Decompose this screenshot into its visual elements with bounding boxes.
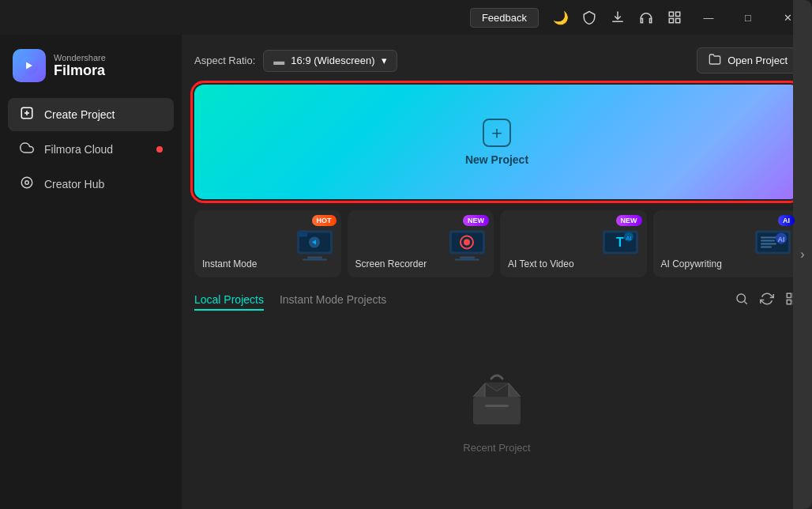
svg-rect-29 xyxy=(761,243,776,244)
svg-rect-1 xyxy=(676,12,680,16)
tab-instant-mode-projects[interactable]: Instant Mode Projects xyxy=(280,290,386,311)
svg-rect-34 xyxy=(787,293,791,297)
svg-rect-2 xyxy=(669,19,673,23)
feature-card-ai-text-to-video[interactable]: NEW T AI AI Text to Video xyxy=(500,210,647,277)
new-project-plus-icon: ＋ xyxy=(483,119,511,147)
aspect-ratio-bar: Aspect Ratio: ▬ 16:9 (Widescreen) ▾ Open… xyxy=(194,47,799,74)
feature-card-label: AI Text to Video xyxy=(508,258,639,270)
sidebar-item-creator-hub[interactable]: Creator Hub xyxy=(8,168,174,201)
creator-hub-icon xyxy=(19,175,35,193)
logo-text: Wondershare Filmora xyxy=(54,53,106,79)
feature-cards: HOT Instant Mode NEW xyxy=(194,210,799,277)
chevron-down-icon: ▾ xyxy=(382,55,387,66)
maximize-button[interactable]: □ xyxy=(730,5,766,30)
app-logo: Wondershare Filmora xyxy=(0,35,182,98)
search-icon[interactable] xyxy=(735,292,749,309)
ai-badge: AI xyxy=(778,215,795,226)
svg-rect-13 xyxy=(299,232,307,236)
sidebar-item-label: Filmora Cloud xyxy=(44,143,113,156)
empty-box-icon xyxy=(461,361,532,432)
svg-rect-39 xyxy=(485,405,509,407)
projects-tabs: Local Projects Instant Mode Projects xyxy=(194,290,799,311)
svg-text:AI: AI xyxy=(626,234,632,241)
title-bar: Feedback 🌙 — □ ✕ xyxy=(0,0,812,35)
shield-icon[interactable] xyxy=(577,5,602,30)
aspect-ratio-left: Aspect Ratio: ▬ 16:9 (Widescreen) ▾ xyxy=(194,50,397,72)
empty-label: Recent Project xyxy=(463,442,530,454)
new-badge: NEW xyxy=(616,215,642,226)
sidebar: Wondershare Filmora Create Project xyxy=(0,35,182,509)
svg-point-33 xyxy=(737,294,746,303)
new-badge: NEW xyxy=(463,215,489,226)
aspect-ratio-value: 16:9 (Widescreen) xyxy=(291,55,374,66)
feature-card-screen-recorder[interactable]: NEW Screen Recorder xyxy=(348,210,494,277)
aspect-ratio-select[interactable]: ▬ 16:9 (Widescreen) ▾ xyxy=(263,50,397,72)
sidebar-item-filmora-cloud[interactable]: Filmora Cloud xyxy=(8,133,174,166)
logo-icon xyxy=(13,49,46,82)
svg-text:T: T xyxy=(616,235,624,248)
tab-local-projects[interactable]: Local Projects xyxy=(194,290,264,311)
svg-point-7 xyxy=(25,181,29,185)
svg-rect-3 xyxy=(676,19,680,23)
svg-rect-0 xyxy=(669,12,673,16)
feedback-button[interactable]: Feedback xyxy=(470,8,539,28)
feature-card-label: AI Copywriting xyxy=(661,258,792,270)
folder-icon xyxy=(709,53,721,68)
hot-badge: HOT xyxy=(312,215,336,226)
grid-icon[interactable] xyxy=(662,5,687,30)
sidebar-item-label: Creator Hub xyxy=(44,178,104,190)
svg-rect-38 xyxy=(473,397,521,424)
content-area: Aspect Ratio: ▬ 16:9 (Widescreen) ▾ Open… xyxy=(182,35,812,509)
open-project-label: Open Project xyxy=(727,55,788,66)
create-project-icon xyxy=(19,106,35,123)
svg-rect-36 xyxy=(787,300,791,304)
new-project-banner[interactable]: ＋ New Project xyxy=(194,85,799,199)
empty-state: Recent Project xyxy=(194,319,799,496)
svg-point-6 xyxy=(21,177,32,188)
new-project-label: New Project xyxy=(465,153,528,166)
download-icon[interactable] xyxy=(605,5,630,30)
theme-toggle-icon[interactable]: 🌙 xyxy=(548,5,573,30)
svg-rect-28 xyxy=(761,239,775,241)
sidebar-item-create-project[interactable]: Create Project xyxy=(8,98,174,131)
minimize-button[interactable]: — xyxy=(690,5,727,30)
headphone-icon[interactable] xyxy=(633,5,659,30)
feature-card-ai-copywriting[interactable]: AI AI AI Copywriting xyxy=(653,210,800,277)
feature-card-instant-mode[interactable]: HOT Instant Mode xyxy=(194,210,341,277)
feature-cards-arrow[interactable]: › xyxy=(793,35,812,509)
sidebar-item-label: Create Project xyxy=(44,108,115,121)
svg-point-19 xyxy=(464,239,470,245)
ratio-icon: ▬ xyxy=(273,55,284,67)
svg-text:AI: AI xyxy=(778,235,785,243)
feature-card-label: Instant Mode xyxy=(202,258,333,270)
open-project-button[interactable]: Open Project xyxy=(697,47,799,74)
svg-rect-27 xyxy=(761,236,778,238)
filmora-cloud-icon xyxy=(19,141,35,158)
tabs-actions xyxy=(735,292,799,309)
notification-dot xyxy=(156,146,163,153)
feature-card-label: Screen Recorder xyxy=(355,258,487,270)
sidebar-nav: Create Project Filmora Cloud Creator Hub xyxy=(0,98,182,201)
main-layout: Wondershare Filmora Create Project xyxy=(0,35,812,509)
svg-rect-30 xyxy=(761,246,772,247)
refresh-icon[interactable] xyxy=(760,292,774,309)
aspect-ratio-label: Aspect Ratio: xyxy=(194,55,255,66)
